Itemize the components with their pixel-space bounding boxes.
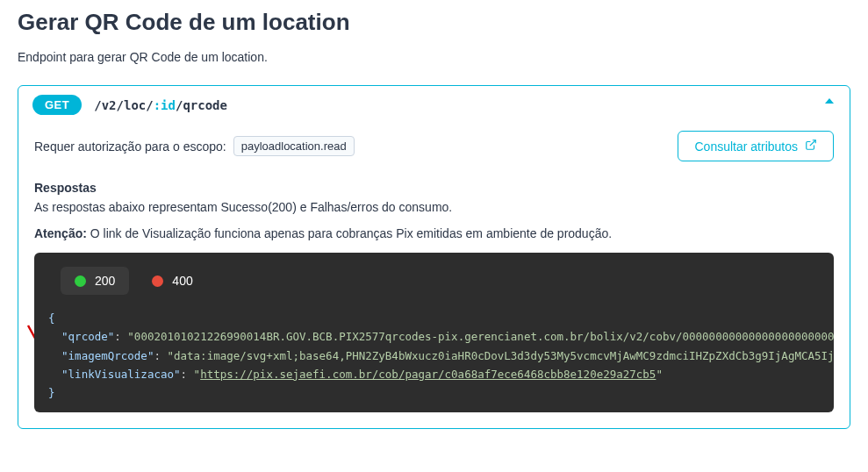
response-tabs: 200 400 <box>34 253 834 309</box>
http-method-badge: GET <box>32 95 82 115</box>
scope-value: payloadlocation.read <box>233 136 355 156</box>
endpoint-header[interactable]: GET /v2/loc/:id/qrcode <box>18 86 850 124</box>
page-description: Endpoint para gerar QR Code de um locati… <box>18 50 850 64</box>
endpoint-path: /v2/loc/:id/qrcode <box>94 98 227 112</box>
response-json: { "qrcode": "00020101021226990014BR.GOV.… <box>48 309 820 402</box>
endpoint-card: GET /v2/loc/:id/qrcode Requer autorizaçã… <box>18 85 850 429</box>
tab-200-label: 200 <box>95 274 115 288</box>
page-title: Gerar QR Code de um location <box>18 9 850 36</box>
scope-label: Requer autorização para o escopo: <box>34 139 226 154</box>
consult-attributes-button[interactable]: Consultar atributos <box>678 131 834 161</box>
tab-400-label: 400 <box>172 274 192 288</box>
path-suffix: /qrcode <box>176 98 227 112</box>
code-scroll[interactable]: { "qrcode": "00020101021226990014BR.GOV.… <box>34 309 834 412</box>
response-code-panel: 200 400 { "qrcode": "0002010102122699001… <box>34 253 834 412</box>
collapse-up-icon[interactable] <box>825 98 834 104</box>
tab-400[interactable]: 400 <box>138 267 206 295</box>
consult-attributes-label: Consultar atributos <box>694 139 798 154</box>
status-dot-error-icon <box>152 275 163 287</box>
responses-description: As respostas abaixo representam Sucesso(… <box>34 200 834 214</box>
responses-attention: Atenção: O link de Visualização funciona… <box>34 226 834 240</box>
responses-heading: Respostas <box>34 181 834 195</box>
attention-text: O link de Visualização funciona apenas p… <box>87 226 612 240</box>
path-param: :id <box>154 98 176 112</box>
status-dot-success-icon <box>75 275 86 287</box>
external-link-icon <box>805 139 817 154</box>
path-prefix: /v2/loc/ <box>94 98 153 112</box>
endpoint-body: Requer autorização para o escopo: payloa… <box>18 124 850 428</box>
attention-label: Atenção: <box>34 226 87 240</box>
tab-200[interactable]: 200 <box>61 267 129 295</box>
